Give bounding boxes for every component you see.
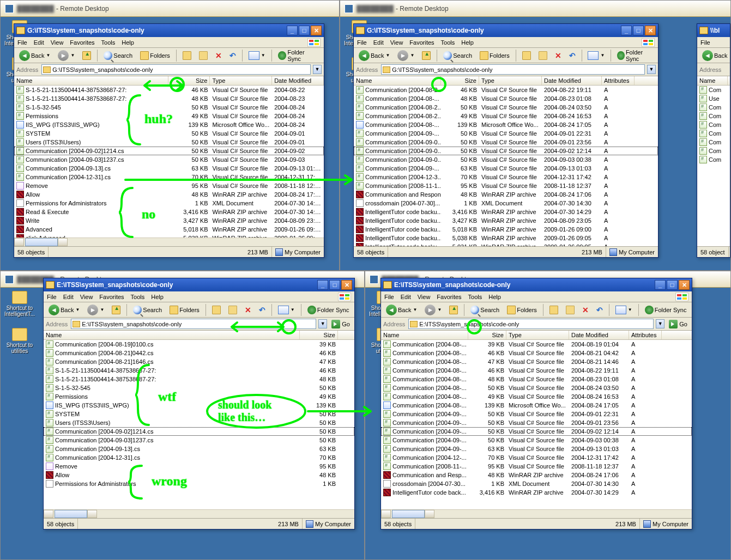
menu-tools[interactable]: Tools <box>131 294 145 300</box>
moveto-button[interactable] <box>180 50 194 62</box>
file-row[interactable]: Communication [2004-09-02]1214.cs 50 KB <box>44 427 354 436</box>
col-date-modified[interactable]: Date Modified <box>542 76 602 85</box>
file-row[interactable]: Communication [2004-12-31].cs 70 KB <box>44 453 354 462</box>
col-name[interactable]: Name <box>14 76 168 85</box>
file-row[interactable]: crossdomain [2004-07-30]... 1 KB XML Doc… <box>354 199 658 208</box>
up-button[interactable]: ▲ <box>446 304 461 316</box>
titlebar[interactable]: E:\ITSS\system_snapshots\code-only _ □ ✕ <box>44 278 354 291</box>
views-button[interactable]: ▼ <box>275 304 298 316</box>
undo-button[interactable]: ↶ <box>256 304 268 316</box>
undo-button[interactable]: ↶ <box>566 50 578 62</box>
file-row[interactable]: S-1-5-32-545 50 KB Visual C# Source file… <box>14 103 324 112</box>
forward-button[interactable]: ►▼ <box>422 303 444 317</box>
menu-view[interactable]: View <box>80 294 93 300</box>
file-row[interactable]: Communication [2004-09-... 63 KB Visual … <box>354 164 658 173</box>
menu-favorites[interactable]: Favorites <box>70 39 94 46</box>
file-list[interactable]: Communication [2004-08-2... 46 KB Visual… <box>354 86 658 246</box>
file-row[interactable]: Communication [2004-08-... 48 KB Visual … <box>381 375 692 384</box>
menu-edit[interactable]: Edit <box>373 39 384 46</box>
folder-sync-button[interactable]: Folder Sync <box>275 47 322 64</box>
folder-sync-button[interactable]: Folder Sync <box>305 304 352 316</box>
address-dropdown[interactable]: ▼ <box>313 65 322 74</box>
menu-help[interactable]: Help <box>151 294 164 300</box>
menu-tools[interactable]: Tools <box>441 39 455 46</box>
forward-button[interactable]: ►▼ <box>55 48 77 63</box>
file-row[interactable]: S-1-5-21-1135004414-387538687-27: 46 KB <box>44 366 354 375</box>
file-row[interactable]: Communication [2004-09-0... 50 KB Visual… <box>354 138 658 147</box>
col-size[interactable]: Size <box>168 76 210 85</box>
file-row[interactable]: Communication [2004-08-... 46 KB Visual … <box>381 366 692 375</box>
file-row[interactable]: Communication [2004-08-2... 50 KB Visual… <box>354 103 658 112</box>
undo-button[interactable]: ↶ <box>227 50 239 62</box>
forward-button[interactable]: ►▼ <box>395 48 417 63</box>
file-row[interactable]: Permissions 49 KB <box>44 392 354 401</box>
minimize-button[interactable]: _ <box>621 26 632 35</box>
menu-edit[interactable]: Edit <box>63 294 74 300</box>
menu-edit[interactable]: Edit <box>34 39 44 46</box>
col-name[interactable]: Name <box>381 331 468 339</box>
file-row[interactable]: Communication and Resp... 48 KB WinRAR Z… <box>381 471 692 479</box>
file-row[interactable]: IntelligentTutor code backu... 5,018 KB … <box>354 225 658 234</box>
col-type[interactable]: Type <box>506 331 569 339</box>
file-row[interactable]: Communication [2004-08-... 50 KB Visual … <box>381 384 692 392</box>
col-size[interactable]: Size <box>300 331 338 339</box>
file-row[interactable]: Communication [2004-09-... 50 KB Visual … <box>381 436 692 445</box>
file-row[interactable]: IIS_WPG (ITSS3\IIS_WPG) 139 KB Microsoft… <box>14 120 324 129</box>
titlebar[interactable]: E:\ITSS\system_snapshots\code-only _ □ ✕ <box>381 278 692 291</box>
col-size[interactable]: Size <box>468 331 506 339</box>
file-row[interactable]: Communication [2004-12-... 70 KB Visual … <box>381 453 692 462</box>
address-dropdown[interactable]: ▼ <box>647 65 656 74</box>
horizontal-scrollbar[interactable] <box>14 238 324 246</box>
undo-button[interactable]: ↶ <box>594 304 606 316</box>
menu-view[interactable]: View <box>418 294 431 300</box>
maximize-button[interactable]: □ <box>667 280 678 290</box>
folder-sync-button[interactable]: Folder Sync <box>614 47 656 64</box>
menu-file[interactable]: File <box>47 294 57 300</box>
file-row[interactable]: S-1-5-21-1135004414-387538687-27: 46 KB … <box>14 86 324 94</box>
menu-help[interactable]: Help <box>122 39 134 46</box>
file-row[interactable]: Communication [2004-09-13].cs 63 KB <box>44 445 354 453</box>
menu-file[interactable]: File <box>17 39 27 46</box>
file-row[interactable]: Remove 95 KB <box>44 462 354 471</box>
file-row[interactable]: Communication [2004-08-... 48 KB Visual … <box>354 94 658 103</box>
file-row[interactable]: Communication [2004-09-03]1237.cs 50 KB <box>44 436 354 445</box>
file-row[interactable]: Communication [2004-09-... 63 KB Visual … <box>381 445 692 453</box>
file-row[interactable]: Communication [2008-11-1... 95 KB Visual… <box>354 181 658 190</box>
file-row[interactable]: S-1-5-32-545 50 KB <box>44 384 354 392</box>
file-row[interactable]: IntelligentTutor code back... 3,416 KB W… <box>381 488 692 497</box>
moveto-button[interactable] <box>209 304 223 316</box>
up-button[interactable]: ▲ <box>419 50 433 62</box>
desktop-shortcut[interactable]: Shortcut to utilities <box>3 328 37 354</box>
file-row[interactable]: Communication [2004-12-3... 70 KB Visual… <box>354 173 658 181</box>
file-row[interactable]: SYSTEM 50 KB <box>44 410 354 418</box>
search-button[interactable]: Search <box>440 50 475 62</box>
file-row[interactable]: Advanced 5,018 KB WinRAR ZIP archive 200… <box>14 225 324 234</box>
delete-button[interactable]: ✕ <box>242 304 254 316</box>
file-row[interactable]: Communication [2004-09-... 50 KB Visual … <box>381 410 692 418</box>
file-row[interactable]: Communication [2004-08-19]0100.cs 39 KB <box>44 340 354 349</box>
up-button[interactable]: ▲ <box>109 304 123 316</box>
back-button[interactable]: ◄Back▼ <box>46 303 82 317</box>
back-button[interactable]: ◄Back▼ <box>383 303 420 317</box>
file-row[interactable]: Communication [2004-08-21]0442.cs 46 KB <box>44 349 354 357</box>
file-row[interactable]: Communication [2004-09-03]1237.cs 50 KB … <box>14 155 324 164</box>
menu-tools[interactable]: Tools <box>101 39 116 46</box>
menu-view[interactable]: View <box>51 39 64 46</box>
delete-button[interactable]: ✕ <box>579 304 591 316</box>
folders-button[interactable]: Folders <box>137 50 173 62</box>
col-size[interactable]: Size <box>441 76 479 85</box>
file-list[interactable]: Communication [2004-08-... 39 KB Visual … <box>381 340 692 509</box>
copyto-button[interactable] <box>563 304 577 316</box>
file-row[interactable]: Communication [2004-12-31].cs 70 KB Visu… <box>14 173 324 181</box>
titlebar[interactable]: G:\ITSS\system_snapshots\code-only _ □ ✕ <box>354 24 658 37</box>
menu-help[interactable]: Help <box>461 39 474 46</box>
menu-edit[interactable]: Edit <box>401 294 411 300</box>
file-row[interactable]: Communication [2004-09-02]1214.cs 50 KB … <box>14 147 324 155</box>
file-row[interactable]: Communication [2004-08-... 46 KB Visual … <box>381 349 692 357</box>
file-row[interactable]: Allow 48 KB <box>44 471 354 479</box>
file-list[interactable]: S-1-5-21-1135004414-387538687-27: 46 KB … <box>14 86 324 238</box>
search-button[interactable]: Search <box>468 304 502 316</box>
menu-favorites[interactable]: Favorites <box>437 294 461 300</box>
address-field[interactable]: G:\ITSS\system_snapshots\code-only <box>41 64 311 75</box>
menu-file[interactable]: File <box>357 39 367 46</box>
